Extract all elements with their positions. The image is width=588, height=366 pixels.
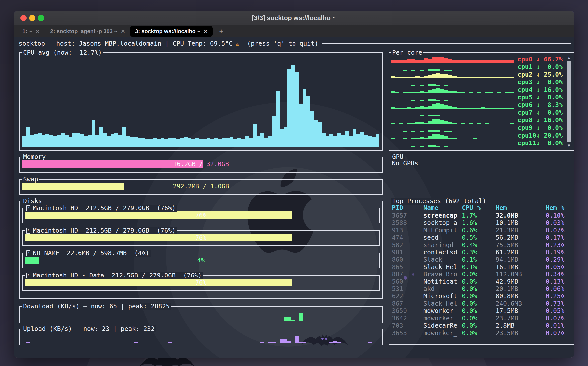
process-name: screencap bbox=[423, 212, 462, 219]
core-label: cpu6 ↓ 8.3% bbox=[516, 101, 563, 109]
tab[interactable]: 3: socktop ws://localho ~ ✕ bbox=[130, 26, 213, 37]
cpu-avg-title: CPU avg (now: 12.7%) bbox=[22, 49, 103, 56]
swap-gauge-label: 292.2MB / 1.0GB bbox=[22, 183, 380, 190]
core-row: cpu4 ↓ 16.0% bbox=[391, 86, 563, 93]
process-name: akd bbox=[423, 285, 462, 292]
tab-label: 3: socktop ws://localho ~ bbox=[135, 28, 200, 35]
process-row[interactable]: 867 Slack Hel 0.0% 240.6MB 0.73% bbox=[392, 300, 572, 307]
process-pid: 560 bbox=[392, 278, 423, 285]
process-name: sharingd bbox=[423, 241, 462, 249]
process-row[interactable]: 887 Brave Bro 0.0% 112.0MB 0.34% bbox=[392, 271, 572, 278]
core-sparkline bbox=[391, 86, 514, 93]
process-row[interactable]: 560 Notificat 0.0% 42.9MB 0.13% bbox=[392, 278, 572, 285]
process-mem-pct: 0.25% bbox=[546, 292, 572, 300]
core-label: cpu10↓ 20.0% bbox=[516, 132, 563, 139]
core-sparkline bbox=[391, 79, 514, 86]
core-row: cpu0 ↓ 66.7% bbox=[391, 55, 563, 63]
process-name: Microsoft bbox=[423, 292, 462, 300]
core-row: cpu6 ↓ 8.3% bbox=[391, 101, 563, 109]
process-row[interactable]: 3653 mdworker_ 0.0% 23.5MB 0.07% bbox=[392, 329, 572, 337]
swap-usage-value: 292.2MB / 1.0GB bbox=[173, 183, 229, 190]
memory-title: Memory bbox=[22, 153, 47, 160]
swap-panel: Swap 292.2MB / 1.0GB bbox=[19, 179, 383, 195]
scroll-down-icon[interactable]: ▼ bbox=[568, 143, 570, 148]
process-cpu: 0.0% bbox=[462, 315, 496, 322]
swap-gauge: 292.2MB / 1.0GB bbox=[22, 183, 380, 190]
tab-close-icon[interactable]: ✕ bbox=[36, 28, 40, 34]
process-pid: 622 bbox=[392, 292, 423, 300]
process-row[interactable]: 531 akd 0.0% 20.1MB 0.06% bbox=[392, 285, 572, 292]
disk-gauge: 76% bbox=[25, 211, 377, 219]
disk-title-text: Macintosh HD 212.5GB / 279.0GB (76%) bbox=[33, 205, 176, 212]
tab-label: 2: socktop_agent -p 303 ~ bbox=[50, 28, 117, 35]
download-title: Download (KB/s) — now: 65 | peak: 28825 bbox=[22, 303, 171, 310]
process-pid: 3653 bbox=[392, 329, 423, 337]
process-name: contactsd bbox=[423, 249, 462, 256]
disk-gauge-label: 76% bbox=[25, 279, 377, 286]
disk-panel: ? NO NAME 22.6MB / 598.7MB (4%) 4% bbox=[22, 253, 380, 268]
desktop: [3/3] socktop ws://localho ~ 1: ~ ✕ 2: s… bbox=[0, 0, 588, 366]
tab-close-icon[interactable]: ✕ bbox=[204, 28, 208, 34]
tab[interactable]: 2: socktop_agent -p 303 ~ ✕ bbox=[45, 26, 130, 37]
process-row[interactable]: 860 Slack 0.1% 94.1MB 0.29% bbox=[392, 256, 572, 263]
process-pid: 3588 bbox=[392, 219, 423, 226]
process-name: secd bbox=[423, 234, 462, 241]
process-cpu: 0.4% bbox=[462, 241, 496, 249]
core-label: cpu7 ↓ 0.0% bbox=[516, 109, 563, 116]
process-name: SidecarRe bbox=[423, 322, 462, 329]
process-pid: 860 bbox=[392, 256, 423, 263]
process-mem: 75.5MB bbox=[496, 241, 546, 249]
memory-total-value: 32.0GB bbox=[206, 160, 229, 168]
process-name: mdworker_ bbox=[423, 329, 462, 337]
tab[interactable]: 1: ~ ✕ bbox=[17, 26, 45, 37]
process-row[interactable]: 3659 mdworker_ 0.0% 17.5MB 0.05% bbox=[392, 307, 572, 314]
disk-gauge: 76% bbox=[25, 234, 377, 241]
scrollbar-thumb[interactable] bbox=[567, 61, 571, 142]
process-cpu: 0.6% bbox=[462, 227, 496, 234]
scroll-up-icon[interactable]: ▲ bbox=[568, 55, 570, 60]
core-row: cpu5 ↓ 0.0% bbox=[391, 93, 563, 101]
process-cpu: 0.0% bbox=[462, 300, 496, 307]
download-chart bbox=[22, 311, 380, 321]
disk-gauge-label: 76% bbox=[25, 234, 377, 241]
process-row[interactable]: 913 MTLCompil 0.6% 21.3MB 0.07% bbox=[392, 227, 572, 234]
process-mem-pct: 0.03% bbox=[546, 219, 572, 226]
process-row[interactable]: 3588 socktop_a 1.6% 10.1MB 0.03% bbox=[392, 219, 572, 226]
core-sparkline bbox=[391, 109, 514, 116]
disk-icon: ? bbox=[26, 205, 30, 211]
per-core-list: cpu0 ↓ 66.7% cpu1 ↓ 0.0% cpu2 ↓ 25.0% bbox=[391, 55, 563, 149]
disk-pct-value: 76% bbox=[195, 212, 206, 219]
disk-icon: ? bbox=[26, 250, 30, 256]
process-mem-pct: 0.07% bbox=[546, 329, 572, 337]
process-pid: 531 bbox=[392, 285, 423, 292]
process-name: mdworker_ bbox=[423, 315, 462, 322]
process-pid: 865 bbox=[392, 263, 423, 271]
process-mem: 80.8MB bbox=[496, 292, 546, 300]
core-label: cpu4 ↓ 16.0% bbox=[516, 86, 563, 93]
disk-title-text: Macintosh HD 212.5GB / 279.0GB (76%) bbox=[33, 227, 176, 234]
process-cpu: 0.1% bbox=[462, 256, 496, 263]
process-table-header: PID Name CPU % Mem Mem % bbox=[392, 204, 572, 212]
process-row[interactable]: 865 Slack Hel 0.1% 16.1MB 0.05% bbox=[392, 263, 572, 271]
process-row[interactable]: 3657 screencap 1.7% 32.0MB 0.10% bbox=[392, 212, 572, 219]
download-panel: Download (KB/s) — now: 65 | peak: 28825 bbox=[19, 306, 383, 323]
process-mem-pct: 0.29% bbox=[546, 256, 572, 263]
process-row[interactable]: 582 sharingd 0.4% 75.5MB 0.23% bbox=[392, 241, 572, 249]
core-sparkline bbox=[391, 124, 514, 132]
tab-close-icon[interactable]: ✕ bbox=[121, 28, 125, 34]
process-row[interactable]: 3642 mdworker_ 0.0% 23.7MB 0.07% bbox=[392, 315, 572, 322]
new-tab-button[interactable]: + bbox=[219, 27, 223, 35]
process-row[interactable]: 703 SidecarRe 0.0% 2.8MB 0.01% bbox=[392, 322, 572, 329]
disk-gauge: 76% bbox=[25, 279, 377, 286]
scrollbar[interactable]: ▲ ▼ bbox=[566, 55, 572, 148]
process-mem: 61.2MB bbox=[496, 249, 546, 256]
process-pid: 3657 bbox=[392, 212, 423, 219]
process-row[interactable]: 981 contactsd 0.3% 61.2MB 0.19% bbox=[392, 249, 572, 256]
upload-chart bbox=[22, 334, 380, 343]
col-cpu: CPU % bbox=[462, 204, 496, 212]
process-cpu: 0.0% bbox=[462, 285, 496, 292]
memory-used-value: 16.2GB / bbox=[173, 160, 203, 168]
process-row[interactable]: 474 secd 0.5% 56.2MB 0.17% bbox=[392, 234, 572, 241]
process-row[interactable]: 622 Microsoft 0.0% 80.8MB 0.25% bbox=[392, 292, 572, 300]
disk-gauge-label: 76% bbox=[25, 211, 377, 219]
